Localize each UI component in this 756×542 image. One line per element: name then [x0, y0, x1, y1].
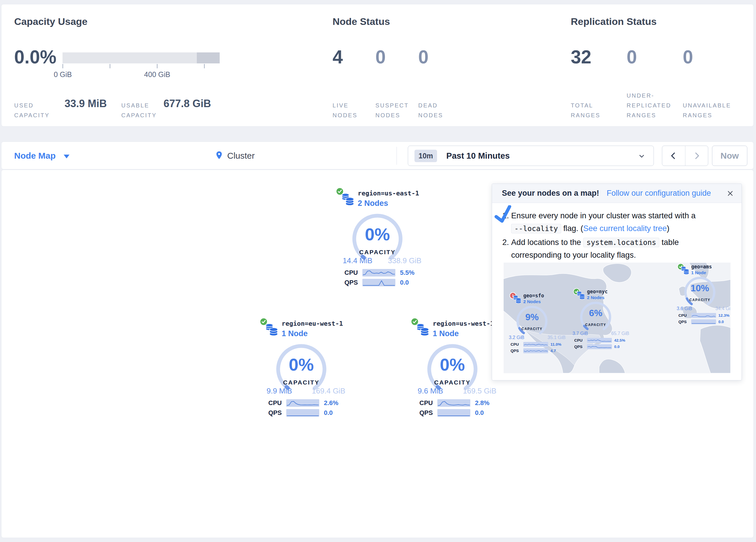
next-time-button[interactable]	[685, 146, 708, 166]
popup-title: See your nodes on a map!	[502, 189, 599, 198]
node-map-page: Capacity Usage 0.0% 0 GiB 400 GiB USED C…	[0, 0, 756, 542]
node-group-us-east-1[interactable]: region=us-east-1 2 Nodes 0% CAPACITY 14.…	[328, 187, 441, 303]
nodes-db-icon	[340, 192, 355, 207]
node-group-title: region=eu-west-1	[282, 320, 343, 327]
node-group-count: 1 Node	[282, 329, 308, 338]
qps-row: QPS 0.0	[419, 409, 484, 417]
map-node-count: 1 Node	[691, 270, 706, 276]
close-icon[interactable]	[726, 190, 734, 198]
cpu-row: CPU 2.8%	[419, 399, 489, 407]
capacity-usage-bar	[63, 52, 220, 63]
axis-tick	[110, 64, 110, 68]
setup-steps: Ensure every node in your cluster was st…	[511, 209, 731, 261]
axis-tick	[157, 64, 157, 68]
cpu-sparkline	[587, 338, 612, 343]
time-pager	[662, 146, 708, 166]
qps-sparkline	[286, 409, 319, 417]
capacity-values: 14.4 MiB 338.9 GiB	[343, 256, 421, 265]
locality-flag-code: --locality	[511, 224, 561, 233]
capacity-gauge: 10% CAPACITY	[682, 277, 718, 309]
qps-sparkline	[691, 319, 716, 324]
caret-down-icon	[64, 155, 69, 158]
node-group-eu-west-1[interactable]: region=eu-west-1 1 Node 0% CAPACITY 9.9 …	[252, 317, 365, 433]
configuration-guide-link[interactable]: Follow our configuration guide	[607, 189, 711, 198]
cpu-sparkline	[437, 399, 470, 407]
breadcrumb-label: Cluster	[227, 151, 255, 161]
view-selector-dropdown[interactable]: Node Map	[14, 142, 69, 170]
node-map-canvas: region=us-east-1 2 Nodes 0% CAPACITY 14.…	[1, 170, 754, 538]
capacity-gauge: 9% CAPACITY	[514, 306, 550, 338]
map-node-title: geo=sfo	[523, 293, 544, 299]
qps-sparkline	[437, 409, 470, 417]
time-window-dropdown[interactable]: 10m Past 10 Minutes	[408, 146, 654, 166]
capacity-percent: 0%	[423, 355, 481, 375]
usable-capacity-value: 677.8 GiB	[164, 98, 211, 110]
map-setup-popup: See your nodes on a map! Follow our conf…	[492, 183, 742, 381]
qps-value: 0.0	[324, 409, 333, 417]
view-selector-label: Node Map	[14, 151, 56, 161]
cpu-label: CPU	[268, 399, 285, 407]
nodes-db-icon	[680, 265, 690, 276]
node-group-title: region=us-east-1	[358, 190, 419, 197]
map-node-group-ams[interactable]: geo=ams 1 Node 10% CAPACITY 3.6 GiB 34.4…	[677, 263, 731, 330]
setup-step-2: Add locations to the system.locations ta…	[511, 236, 731, 261]
locality-tree-link[interactable]: See current locality tree	[583, 224, 667, 233]
cpu-value: 2.6%	[324, 399, 338, 407]
capacity-percent: 0%	[272, 355, 330, 375]
world-map-preview: 1 geo=sfo 2 Nodes 9% CAPACITY 3.2 GiB 35	[504, 262, 731, 373]
qps-label: QPS	[419, 409, 436, 417]
dead-nodes-label: DEADNODES	[418, 87, 443, 120]
cpu-sparkline	[362, 269, 395, 277]
time-window-badge: 10m	[414, 150, 437, 162]
capacity-gauge: 6% CAPACITY	[578, 302, 614, 334]
cpu-value: 5.5%	[400, 269, 414, 277]
unavailable-ranges-label: UNAVAILABLERANGES	[683, 87, 731, 120]
suspect-nodes-label: SUSPECTNODES	[375, 87, 409, 120]
map-node-group-nyc[interactable]: geo=nyc 2 Nodes 6% CAPACITY 3.7 GiB 65.7…	[572, 288, 639, 355]
now-button[interactable]: Now	[712, 146, 747, 166]
used-value: 9.6 MiB	[418, 387, 443, 396]
qps-label: QPS	[268, 409, 285, 417]
nodes-db-icon	[576, 291, 586, 301]
node-status-title: Node Status	[333, 16, 390, 27]
map-node-count: 2 Nodes	[587, 295, 604, 300]
cluster-stats-bar: Capacity Usage 0.0% 0 GiB 400 GiB USED C…	[1, 4, 754, 126]
time-window-label: Past 10 Minutes	[446, 151, 510, 161]
axis-tick-label: 400 GiB	[134, 70, 180, 79]
map-node-title: geo=nyc	[587, 289, 608, 295]
total-ranges-count: 32	[571, 48, 591, 66]
used-value: 9.9 MiB	[267, 387, 292, 396]
axis-tick	[63, 64, 63, 68]
capacity-values: 9.9 MiB 169.4 GiB	[267, 387, 345, 396]
used-value: 14.4 MiB	[343, 256, 373, 265]
map-node-group-sfo[interactable]: 1 geo=sfo 2 Nodes 9% CAPACITY 3.2 GiB 35	[509, 292, 575, 359]
used-capacity-label: USED CAPACITY	[14, 87, 50, 120]
usable-value: 338.9 GiB	[388, 256, 421, 265]
capacity-usage-bar-segment	[197, 52, 220, 63]
capacity-percent: 0%	[348, 224, 406, 244]
chevron-down-icon	[638, 152, 645, 161]
usable-capacity-label: USABLE CAPACITY	[121, 87, 157, 120]
qps-sparkline	[362, 279, 395, 287]
cpu-label: CPU	[419, 399, 436, 407]
breadcrumb[interactable]: Cluster	[214, 142, 255, 170]
qps-value: 0.0	[475, 409, 484, 417]
node-group-title: region=us-west-1	[433, 320, 494, 327]
capacity-values: 9.6 MiB 169.5 GiB	[418, 387, 496, 396]
unavailable-ranges-count: 0	[683, 48, 693, 66]
prev-time-button[interactable]	[662, 146, 685, 166]
node-group-count: 1 Node	[433, 329, 459, 338]
axis-tick	[204, 64, 205, 68]
replication-status-title: Replication Status	[571, 16, 657, 27]
cpu-sparkline	[286, 399, 319, 407]
cpu-sparkline	[691, 313, 716, 318]
capacity-caption: CAPACITY	[348, 249, 406, 255]
qps-value: 0.0	[400, 279, 409, 287]
cpu-value: 2.8%	[475, 399, 489, 407]
cpu-row: CPU 2.6%	[268, 399, 338, 407]
step-done-check-icon	[494, 205, 513, 225]
system-locations-code: system.locations	[583, 238, 659, 247]
suspect-nodes-count: 0	[375, 48, 386, 66]
axis-tick-label: 0 GiB	[40, 70, 86, 79]
usable-value: 169.5 GiB	[463, 387, 496, 396]
